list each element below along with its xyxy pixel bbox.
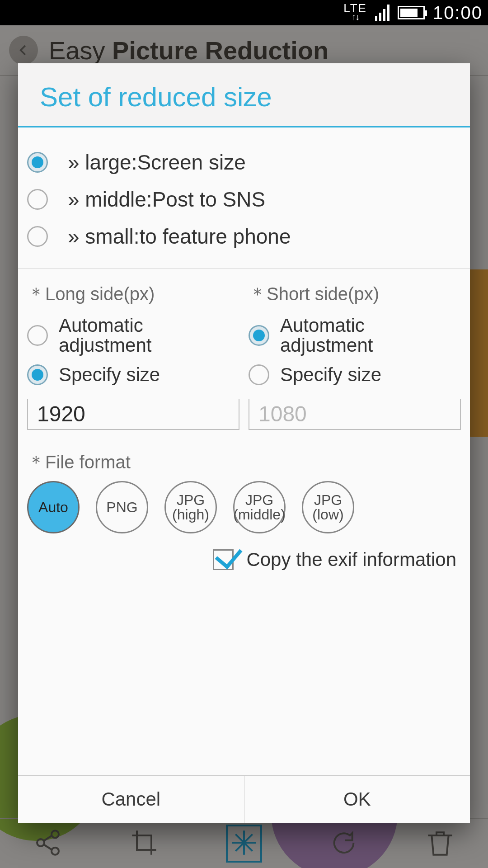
radio-icon [27, 226, 48, 247]
format-option-png[interactable]: PNG [96, 481, 148, 533]
profile-radio-1[interactable]: » middle:Post to SNS [27, 181, 461, 218]
ok-button[interactable]: OK [244, 776, 470, 823]
reduced-size-dialog: Set of reduced size » large:Screen size»… [18, 63, 470, 823]
short-specify-radio[interactable]: Specify size [249, 360, 461, 390]
radio-icon [27, 152, 48, 173]
clock: 10:00 [433, 3, 483, 23]
long-side-heading: ＊Long side(px) [27, 282, 239, 307]
short-auto-label: Automatic adjustment [280, 316, 461, 355]
signal-icon [375, 5, 389, 21]
long-specify-label: Specify size [59, 365, 160, 385]
long-side-group: ＊Long side(px) Automatic adjustment Spec… [27, 282, 239, 430]
short-side-input[interactable] [249, 399, 461, 430]
long-auto-label: Automatic adjustment [59, 316, 239, 355]
radio-icon [27, 189, 48, 210]
format-option-jpg-middle-[interactable]: JPG (middle) [233, 481, 286, 533]
format-option-jpg-low-[interactable]: JPG (low) [302, 481, 354, 533]
format-option-auto[interactable]: Auto [27, 481, 80, 533]
short-auto-radio[interactable]: Automatic adjustment [249, 311, 461, 360]
short-side-group: ＊Short side(px) Automatic adjustment Spe… [249, 282, 461, 430]
profile-label: » small:to feature phone [68, 224, 291, 249]
status-bar: LTE ↑↓ 10:00 [0, 0, 488, 25]
long-specify-radio[interactable]: Specify size [27, 360, 239, 390]
short-side-heading: ＊Short side(px) [249, 282, 461, 307]
profile-radio-2[interactable]: » small:to feature phone [27, 218, 461, 255]
exif-checkbox-row[interactable]: Copy the exif information [27, 549, 461, 571]
profile-radio-0[interactable]: » large:Screen size [27, 144, 461, 181]
long-side-input[interactable] [27, 399, 239, 430]
profile-label: » middle:Post to SNS [68, 187, 265, 212]
divider [18, 269, 470, 269]
format-option-jpg-high-[interactable]: JPG (high) [164, 481, 217, 533]
format-heading: ＊File format [27, 450, 461, 475]
long-auto-radio[interactable]: Automatic adjustment [27, 311, 239, 360]
app-background: Easy Picture Reduction Set of reduced si… [0, 25, 488, 868]
battery-icon [398, 6, 425, 19]
short-specify-label: Specify size [280, 365, 381, 385]
cancel-button[interactable]: Cancel [18, 776, 244, 823]
profile-label: » large:Screen size [68, 150, 246, 175]
exif-label: Copy the exif information [246, 549, 456, 571]
network-indicator: LTE ↑↓ [343, 2, 367, 21]
exif-checkbox[interactable] [213, 549, 234, 570]
dialog-title: Set of reduced size [18, 63, 470, 127]
dialog-actions: Cancel OK [18, 775, 470, 823]
